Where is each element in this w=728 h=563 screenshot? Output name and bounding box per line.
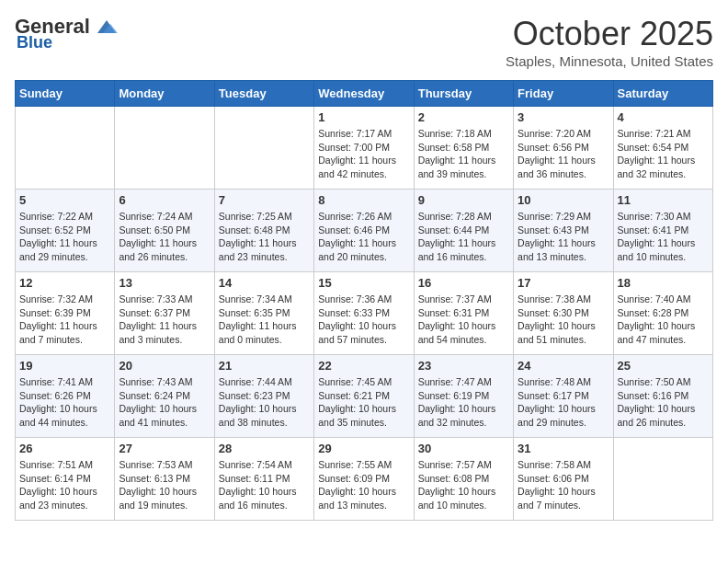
day-number: 13	[119, 276, 210, 290]
day-number: 14	[219, 276, 310, 290]
month-title: October 2025	[506, 15, 713, 53]
day-number: 12	[19, 276, 110, 290]
calendar-cell: 11Sunrise: 7:30 AMSunset: 6:41 PMDayligh…	[613, 190, 712, 272]
day-number: 25	[618, 359, 709, 373]
day-number: 20	[119, 359, 210, 373]
page-header: General Blue October 2025 Staples, Minne…	[15, 15, 713, 69]
calendar-cell: 13Sunrise: 7:33 AMSunset: 6:37 PMDayligh…	[115, 272, 214, 355]
calendar-table: SundayMondayTuesdayWednesdayThursdayFrid…	[15, 80, 713, 521]
day-number: 16	[418, 276, 509, 290]
calendar-week-row: 1Sunrise: 7:17 AMSunset: 7:00 PMDaylight…	[16, 107, 713, 190]
calendar-cell: 3Sunrise: 7:20 AMSunset: 6:56 PMDaylight…	[514, 107, 613, 190]
day-info: Sunrise: 7:21 AMSunset: 6:54 PMDaylight:…	[618, 127, 709, 181]
day-info: Sunrise: 7:40 AMSunset: 6:28 PMDaylight:…	[618, 293, 709, 347]
day-info: Sunrise: 7:22 AMSunset: 6:52 PMDaylight:…	[19, 210, 110, 264]
calendar-week-row: 5Sunrise: 7:22 AMSunset: 6:52 PMDaylight…	[16, 190, 713, 272]
day-header-tuesday: Tuesday	[214, 81, 313, 107]
calendar-cell	[613, 438, 712, 521]
calendar-cell: 18Sunrise: 7:40 AMSunset: 6:28 PMDayligh…	[613, 272, 712, 355]
calendar-week-row: 19Sunrise: 7:41 AMSunset: 6:26 PMDayligh…	[16, 355, 713, 438]
calendar-cell: 10Sunrise: 7:29 AMSunset: 6:43 PMDayligh…	[514, 190, 613, 272]
day-number: 6	[119, 193, 210, 207]
day-number: 10	[518, 193, 609, 207]
title-section: October 2025 Staples, Minnesota, United …	[506, 15, 713, 69]
calendar-cell: 15Sunrise: 7:36 AMSunset: 6:33 PMDayligh…	[314, 272, 414, 355]
day-number: 3	[518, 110, 609, 124]
calendar-cell: 14Sunrise: 7:34 AMSunset: 6:35 PMDayligh…	[214, 272, 313, 355]
calendar-week-row: 26Sunrise: 7:51 AMSunset: 6:14 PMDayligh…	[16, 438, 713, 521]
day-number: 26	[19, 442, 110, 455]
day-info: Sunrise: 7:18 AMSunset: 6:58 PMDaylight:…	[418, 127, 509, 181]
day-number: 22	[318, 359, 409, 373]
day-info: Sunrise: 7:30 AMSunset: 6:41 PMDaylight:…	[618, 210, 709, 264]
day-info: Sunrise: 7:17 AMSunset: 7:00 PMDaylight:…	[318, 127, 409, 181]
calendar-cell: 7Sunrise: 7:25 AMSunset: 6:48 PMDaylight…	[214, 190, 313, 272]
calendar-cell: 31Sunrise: 7:58 AMSunset: 6:06 PMDayligh…	[514, 438, 613, 521]
calendar-cell: 9Sunrise: 7:28 AMSunset: 6:44 PMDaylight…	[414, 190, 513, 272]
day-info: Sunrise: 7:25 AMSunset: 6:48 PMDaylight:…	[219, 210, 310, 264]
day-number: 18	[618, 276, 709, 290]
day-number: 7	[219, 193, 310, 207]
day-number: 30	[418, 442, 509, 455]
day-info: Sunrise: 7:51 AMSunset: 6:14 PMDaylight:…	[19, 458, 110, 512]
day-number: 5	[19, 193, 110, 207]
calendar-cell: 26Sunrise: 7:51 AMSunset: 6:14 PMDayligh…	[16, 438, 115, 521]
calendar-header-row: SundayMondayTuesdayWednesdayThursdayFrid…	[16, 81, 713, 107]
calendar-cell: 6Sunrise: 7:24 AMSunset: 6:50 PMDaylight…	[115, 190, 214, 272]
day-info: Sunrise: 7:41 AMSunset: 6:26 PMDaylight:…	[19, 375, 110, 430]
day-header-wednesday: Wednesday	[314, 81, 414, 107]
day-number: 17	[518, 276, 609, 290]
day-number: 27	[119, 442, 210, 455]
logo-blue-text: Blue	[15, 33, 52, 52]
day-number: 4	[618, 110, 709, 124]
calendar-cell: 21Sunrise: 7:44 AMSunset: 6:23 PMDayligh…	[214, 355, 313, 438]
day-info: Sunrise: 7:32 AMSunset: 6:39 PMDaylight:…	[19, 293, 110, 347]
day-info: Sunrise: 7:26 AMSunset: 6:46 PMDaylight:…	[318, 210, 409, 264]
calendar-cell: 19Sunrise: 7:41 AMSunset: 6:26 PMDayligh…	[16, 355, 115, 438]
calendar-cell: 20Sunrise: 7:43 AMSunset: 6:24 PMDayligh…	[115, 355, 214, 438]
day-number: 29	[318, 442, 409, 455]
day-info: Sunrise: 7:20 AMSunset: 6:56 PMDaylight:…	[518, 127, 609, 181]
day-info: Sunrise: 7:53 AMSunset: 6:13 PMDaylight:…	[119, 458, 210, 512]
day-header-sunday: Sunday	[16, 81, 115, 107]
day-info: Sunrise: 7:50 AMSunset: 6:16 PMDaylight:…	[618, 375, 709, 430]
day-number: 2	[418, 110, 509, 124]
day-header-monday: Monday	[115, 81, 214, 107]
day-number: 19	[19, 359, 110, 373]
day-info: Sunrise: 7:37 AMSunset: 6:31 PMDaylight:…	[418, 293, 509, 347]
calendar-cell: 24Sunrise: 7:48 AMSunset: 6:17 PMDayligh…	[514, 355, 613, 438]
day-header-friday: Friday	[514, 81, 613, 107]
calendar-cell: 17Sunrise: 7:38 AMSunset: 6:30 PMDayligh…	[514, 272, 613, 355]
calendar-week-row: 12Sunrise: 7:32 AMSunset: 6:39 PMDayligh…	[16, 272, 713, 355]
day-info: Sunrise: 7:24 AMSunset: 6:50 PMDaylight:…	[119, 210, 210, 264]
calendar-cell: 27Sunrise: 7:53 AMSunset: 6:13 PMDayligh…	[115, 438, 214, 521]
calendar-cell	[16, 107, 115, 190]
calendar-cell: 29Sunrise: 7:55 AMSunset: 6:09 PMDayligh…	[314, 438, 414, 521]
day-number: 11	[618, 193, 709, 207]
day-info: Sunrise: 7:34 AMSunset: 6:35 PMDaylight:…	[219, 293, 310, 347]
calendar-cell: 16Sunrise: 7:37 AMSunset: 6:31 PMDayligh…	[414, 272, 513, 355]
day-number: 9	[418, 193, 509, 207]
day-number: 24	[518, 359, 609, 373]
day-info: Sunrise: 7:43 AMSunset: 6:24 PMDaylight:…	[119, 375, 210, 430]
calendar-cell: 28Sunrise: 7:54 AMSunset: 6:11 PMDayligh…	[214, 438, 313, 521]
day-number: 31	[518, 442, 609, 455]
day-header-saturday: Saturday	[613, 81, 712, 107]
day-info: Sunrise: 7:58 AMSunset: 6:06 PMDaylight:…	[518, 458, 609, 512]
day-info: Sunrise: 7:28 AMSunset: 6:44 PMDaylight:…	[418, 210, 509, 264]
calendar-cell: 4Sunrise: 7:21 AMSunset: 6:54 PMDaylight…	[613, 107, 712, 190]
day-number: 8	[318, 193, 409, 207]
day-number: 15	[318, 276, 409, 290]
calendar-cell: 22Sunrise: 7:45 AMSunset: 6:21 PMDayligh…	[314, 355, 414, 438]
calendar-cell: 2Sunrise: 7:18 AMSunset: 6:58 PMDaylight…	[414, 107, 513, 190]
calendar-cell: 25Sunrise: 7:50 AMSunset: 6:16 PMDayligh…	[613, 355, 712, 438]
location: Staples, Minnesota, United States	[506, 53, 713, 69]
day-header-thursday: Thursday	[414, 81, 513, 107]
day-info: Sunrise: 7:54 AMSunset: 6:11 PMDaylight:…	[219, 458, 310, 512]
calendar-cell	[115, 107, 214, 190]
day-number: 21	[219, 359, 310, 373]
logo: General Blue	[15, 15, 119, 52]
calendar-cell: 1Sunrise: 7:17 AMSunset: 7:00 PMDaylight…	[314, 107, 414, 190]
day-info: Sunrise: 7:44 AMSunset: 6:23 PMDaylight:…	[219, 375, 310, 430]
day-info: Sunrise: 7:55 AMSunset: 6:09 PMDaylight:…	[318, 458, 409, 512]
